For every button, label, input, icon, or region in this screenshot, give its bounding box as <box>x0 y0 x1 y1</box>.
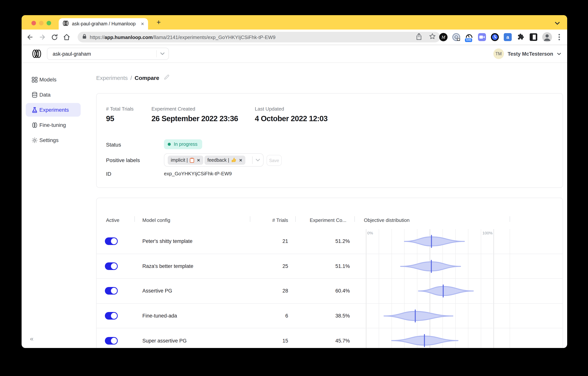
model-config-name: Peter's shitty template <box>142 239 192 244</box>
sidebar-item-experiments[interactable]: Experiments <box>21 102 96 117</box>
medium-extension-icon[interactable]: M <box>439 33 448 41</box>
tab-search-chevron-icon[interactable] <box>555 20 560 27</box>
trials-count: 21 <box>250 239 288 244</box>
url-bar[interactable]: https://app.humanloop.com/llama/2141/exp… <box>78 32 440 42</box>
active-toggle[interactable] <box>105 337 118 345</box>
trials-count: 6 <box>250 313 288 319</box>
clock-extension-icon[interactable] <box>491 33 499 41</box>
column-header-model-config: Model config <box>142 217 170 223</box>
zoom-window-button[interactable] <box>47 21 51 25</box>
status-label: Status <box>106 142 121 148</box>
sidebar-item-label: Fine-tuning <box>39 122 66 128</box>
project-name: ask-paul-graham <box>53 51 156 57</box>
chevron-down-icon[interactable] <box>256 158 260 161</box>
app-header: ask-paul-graham TM Testy McTesterson <box>21 45 567 63</box>
sidebar-item-label: Data <box>39 92 51 98</box>
experiment-details-card: # Total Trials 95 Experiment Created 26 … <box>96 93 563 188</box>
humanloop-logo-icon[interactable] <box>32 49 42 60</box>
svg-text:a: a <box>506 34 509 40</box>
table-row: Super assertive PG 15 45.7% <box>96 328 563 348</box>
zoom-extension-icon[interactable] <box>478 33 486 41</box>
active-toggle[interactable] <box>105 287 118 295</box>
browser-toolbar: https://app.humanloop.com/llama/2141/exp… <box>21 30 567 45</box>
gauge-extension-icon[interactable]: 646 <box>465 33 473 41</box>
breadcrumb-experiments-link[interactable]: Experiments <box>96 75 128 81</box>
objective-distribution-violin <box>366 279 494 303</box>
sidebar-item-label: Experiments <box>39 107 69 113</box>
sidebar-item-settings[interactable]: Settings <box>21 133 96 148</box>
experiment-score: 38.5% <box>300 313 350 319</box>
minimize-window-button[interactable] <box>39 21 43 25</box>
extensions-puzzle-icon[interactable] <box>516 33 525 41</box>
flask-icon <box>31 106 38 113</box>
new-tab-button[interactable]: + <box>154 17 164 27</box>
label-chip[interactable]: feedback | ✕ <box>204 156 245 165</box>
sidebar-item-label: Models <box>39 76 56 83</box>
share-icon[interactable] <box>416 33 422 42</box>
humanloop-favicon-icon <box>63 20 69 28</box>
back-button[interactable] <box>26 33 34 41</box>
sidebar-item-fine-tuning[interactable]: Fine-tuning <box>21 117 96 133</box>
amazon-assistant-extension-icon[interactable]: a <box>504 33 512 41</box>
active-toggle[interactable] <box>105 238 118 245</box>
extensions-row: M 646 a <box>439 32 562 42</box>
chevron-down-icon <box>160 52 165 55</box>
status-dot <box>168 143 171 146</box>
close-window-button[interactable] <box>32 21 36 25</box>
browser-menu-kebab-icon[interactable] <box>556 33 562 41</box>
remove-chip-icon[interactable]: ✕ <box>197 158 200 162</box>
header-divider <box>134 216 135 222</box>
experiment-score: 60.4% <box>300 288 350 294</box>
dark-frame-extension-icon[interactable] <box>529 33 538 41</box>
axis-min-label: 0% <box>367 230 373 235</box>
column-header-objective-distribution: Objective distribution <box>364 217 410 223</box>
loops-icon <box>31 122 38 128</box>
tab-close-icon[interactable]: ✕ <box>141 21 144 26</box>
active-toggle[interactable] <box>105 312 118 320</box>
save-button[interactable]: Save <box>267 155 282 166</box>
table-row: Fine-tuned-ada 6 38.5% <box>96 303 563 328</box>
avatar: TM <box>493 49 504 59</box>
id-label: ID <box>106 171 111 177</box>
sidebar-item-label: Settings <box>39 137 59 143</box>
experiment-score: 45.7% <box>300 338 350 344</box>
chevron-down-icon <box>557 52 561 55</box>
column-header-trials: # Trials <box>250 217 288 223</box>
user-name: Testy McTesterson <box>508 51 553 57</box>
edit-pencil-icon[interactable] <box>163 74 169 81</box>
browser-tab[interactable]: ask-paul-graham / Humanloop ✕ <box>59 18 148 30</box>
label-chip[interactable]: implicit | ✕ <box>168 156 203 165</box>
model-config-name: Assertive PG <box>142 288 172 294</box>
gear-icon <box>31 137 38 144</box>
user-menu[interactable]: TM Testy McTesterson <box>493 49 561 59</box>
table-row: Raza's better template 25 51.1% <box>96 253 563 278</box>
positive-labels-input[interactable]: implicit | ✕ feedback | ✕ <box>164 153 263 167</box>
reload-button[interactable] <box>50 33 59 41</box>
breadcrumb-separator: / <box>130 75 132 81</box>
model-configs-table-card: Active Model config # Trials Experiment … <box>96 198 563 348</box>
humanloop-app: ask-paul-graham TM Testy McTesterson <box>21 45 567 348</box>
experiment-score: 51.1% <box>300 263 350 269</box>
experiment-id: exp_GoYHKYIjCSiFhk-tP-EW9 <box>164 171 232 177</box>
breadcrumb: Experiments / Compare <box>96 74 169 81</box>
bookmark-star-icon[interactable] <box>429 33 436 41</box>
table-row: Assertive PG 28 60.4% <box>96 278 563 303</box>
sidebar-item-data[interactable]: Data <box>21 87 96 102</box>
onepassword-extension-icon[interactable] <box>452 33 460 41</box>
sidebar-collapse-button[interactable]: « <box>30 335 33 343</box>
browser-window: ask-paul-graham / Humanloop ✕ + <box>21 15 567 348</box>
sidebar-item-models[interactable]: Models <box>21 72 96 87</box>
main-content: Experiments / Compare # Total Trials 95 <box>96 63 567 348</box>
home-button[interactable] <box>63 33 71 41</box>
tab-strip: ask-paul-graham / Humanloop ✕ + <box>21 15 567 30</box>
tab-title: ask-paul-graham / Humanloop <box>72 21 139 27</box>
browser-profile-avatar[interactable] <box>542 32 552 42</box>
updated-stat: Last Updated 4 October 2022 12:03 <box>255 106 327 123</box>
project-selector[interactable]: ask-paul-graham <box>47 48 169 60</box>
active-toggle[interactable] <box>105 262 118 270</box>
sidebar: Models Data Experiments <box>21 63 96 348</box>
column-header-experiment-score: Experiment Co... <box>310 217 346 223</box>
forward-button[interactable] <box>38 33 47 41</box>
remove-chip-icon[interactable]: ✕ <box>239 158 242 162</box>
header-divider <box>250 216 250 222</box>
